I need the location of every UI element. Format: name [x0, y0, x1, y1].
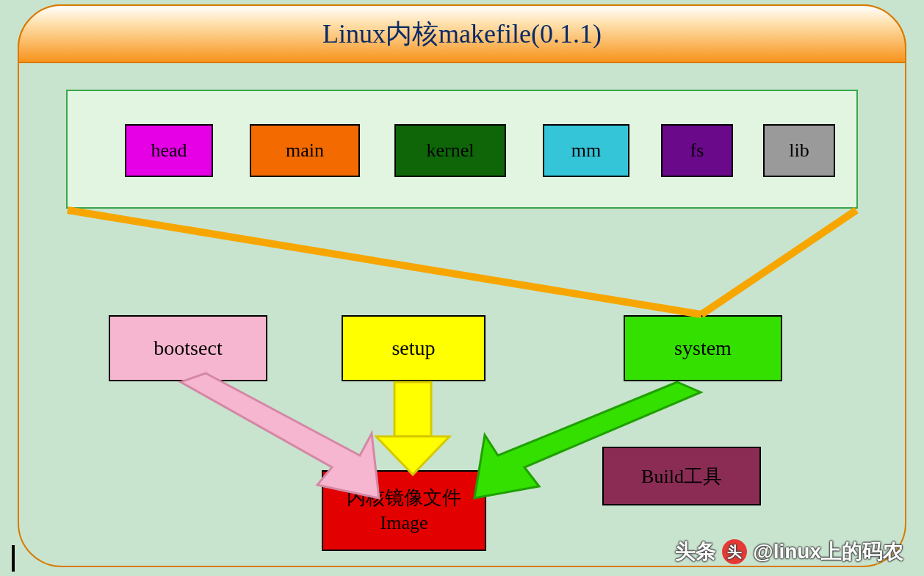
image-box-line1: 内核镜像文件 [347, 486, 461, 511]
component-mm: mm [543, 124, 629, 177]
stage-bootsect-label: bootsect [154, 336, 222, 360]
watermark: 头条 头 @linux上的码农 [675, 538, 903, 566]
component-lib-label: lib [789, 140, 809, 162]
stage-system-label: system [674, 336, 732, 360]
build-tool-label: Build工具 [641, 464, 722, 489]
component-head-label: head [151, 140, 187, 162]
component-main-label: main [286, 140, 324, 162]
component-fs: fs [661, 124, 733, 177]
title-text: Linux内核makefile(0.1.1) [322, 16, 602, 52]
text-cursor [12, 545, 15, 572]
build-tool-box: Build工具 [602, 447, 761, 505]
title-bar: Linux内核makefile(0.1.1) [18, 4, 906, 63]
component-kernel: kernel [394, 124, 506, 177]
watermark-icon: 头 [722, 539, 747, 564]
watermark-handle: @linux上的码农 [753, 538, 903, 566]
component-kernel-label: kernel [427, 140, 474, 162]
components-container: head main kernel mm fs lib [66, 90, 858, 209]
component-fs-label: fs [690, 140, 704, 162]
component-main: main [250, 124, 360, 177]
image-box: 内核镜像文件 Image [322, 470, 486, 551]
image-box-line2: Image [380, 511, 428, 536]
component-lib: lib [763, 124, 835, 177]
stage-setup: setup [342, 315, 486, 381]
stage-bootsect: bootsect [109, 315, 267, 381]
component-head: head [125, 124, 213, 177]
watermark-prefix: 头条 [675, 538, 716, 566]
component-mm-label: mm [571, 140, 601, 162]
stage-system: system [624, 315, 782, 381]
stage-setup-label: setup [391, 336, 435, 360]
